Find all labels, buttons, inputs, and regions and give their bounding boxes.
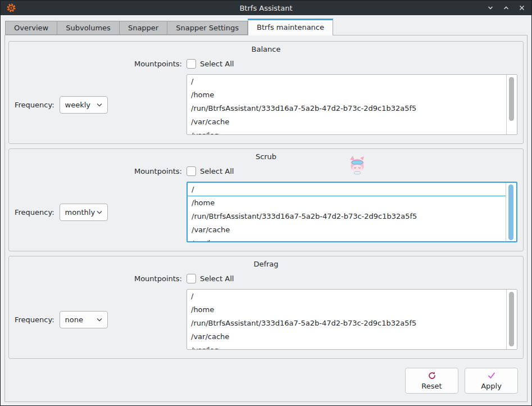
frequency-dropdown[interactable]: none — [60, 311, 108, 328]
tab-snapper[interactable]: Snapper — [119, 21, 167, 35]
footer-actions: Reset Apply — [8, 368, 524, 394]
reset-button[interactable]: Reset — [405, 368, 458, 394]
mountpoints-list[interactable]: / /home /run/BtrfsAssistant/333d16a7-5a2… — [187, 289, 517, 350]
tab-btrfs-maintenance[interactable]: Btrfs maintenance — [248, 19, 333, 35]
mountpoint-row[interactable]: /run/BtrfsAssistant/333d16a7-5a2b-47d2-b… — [187, 317, 506, 330]
chevron-down-icon — [97, 103, 102, 107]
btrfs-assistant-window: Btrfs Assistant Overview Subvolumes Snap… — [0, 0, 532, 406]
minimize-icon[interactable] — [486, 4, 494, 12]
app-gear-icon — [6, 3, 16, 13]
frequency-value: none — [65, 315, 83, 324]
balance-section: Balance Mountpoints: Select All Frequenc… — [8, 41, 524, 144]
select-all-checkbox[interactable] — [187, 166, 196, 176]
mountpoint-row[interactable]: /home — [188, 196, 506, 210]
mountpoint-row[interactable]: /home — [187, 88, 506, 102]
apply-button[interactable]: Apply — [465, 368, 518, 394]
section-title: Balance — [15, 45, 517, 54]
frequency-dropdown[interactable]: weekly — [60, 96, 108, 114]
mountpoint-row[interactable]: /var/log — [187, 344, 506, 349]
section-title: Defrag — [15, 260, 517, 269]
scrollbar-thumb[interactable] — [509, 292, 514, 346]
tab-snapper-settings[interactable]: Snapper Settings — [167, 21, 248, 35]
tab-subvolumes[interactable]: Subvolumes — [57, 21, 119, 35]
select-all-label: Select All — [200, 274, 234, 283]
frequency-label: Frequency: — [15, 101, 54, 109]
mountpoint-row[interactable]: /var/cache — [187, 115, 506, 129]
tab-bar: Overview Subvolumes Snapper Snapper Sett… — [1, 15, 531, 35]
select-all-label: Select All — [200, 167, 234, 175]
maximize-icon[interactable] — [502, 4, 510, 12]
mountpoint-row[interactable]: / — [187, 75, 506, 88]
window-controls — [486, 4, 526, 12]
select-all-checkbox[interactable] — [187, 274, 196, 283]
chevron-down-icon — [97, 210, 102, 214]
scrub-section: Scrub Mountpoints: Select All Frequency:… — [8, 148, 524, 251]
mountpoint-row[interactable]: /run/BtrfsAssistant/333d16a7-5a2b-47d2-b… — [187, 102, 506, 115]
mountpoint-row[interactable]: /run/BtrfsAssistant/333d16a7-5a2b-47d2-b… — [188, 210, 506, 223]
checkmark-icon — [487, 371, 496, 380]
frequency-value: weekly — [65, 101, 90, 109]
mountpoint-row[interactable]: /var/log — [187, 129, 506, 134]
scrollbar-track[interactable] — [506, 290, 517, 349]
mountpoint-row[interactable]: / — [187, 290, 506, 303]
select-all-label: Select All — [200, 60, 234, 68]
anime-character-mouse-cursor — [349, 156, 366, 176]
mountpoints-list[interactable]: / /home /run/BtrfsAssistant/333d16a7-5a2… — [187, 74, 517, 135]
close-icon[interactable] — [518, 4, 526, 12]
mountpoint-row[interactable]: /var/cache — [187, 330, 506, 344]
mountpoint-row[interactable]: /home — [187, 303, 506, 317]
chevron-down-icon — [97, 318, 102, 322]
mountpoint-row[interactable]: /var/cache — [188, 223, 506, 237]
scrollbar-thumb[interactable] — [509, 77, 514, 121]
mountpoints-label: Mountpoints: — [134, 167, 182, 175]
defrag-section: Defrag Mountpoints: Select All Frequency… — [8, 256, 524, 359]
tab-content-pane: Balance Mountpoints: Select All Frequenc… — [4, 35, 528, 402]
select-all-checkbox[interactable] — [187, 59, 196, 69]
mountpoint-row-selected[interactable]: / — [188, 183, 506, 196]
titlebar[interactable]: Btrfs Assistant — [1, 1, 531, 15]
scrollbar-track[interactable] — [506, 75, 517, 134]
window-title: Btrfs Assistant — [1, 4, 531, 12]
scrollbar-track[interactable] — [506, 183, 516, 241]
section-title: Scrub — [15, 152, 517, 161]
frequency-value: monthly — [65, 208, 96, 216]
frequency-label: Frequency: — [15, 208, 54, 216]
mountpoints-label: Mountpoints: — [134, 60, 182, 68]
reset-label: Reset — [421, 382, 442, 390]
tab-overview[interactable]: Overview — [5, 21, 57, 35]
mountpoints-label: Mountpoints: — [134, 274, 182, 283]
undo-circular-arrow-icon — [428, 371, 436, 380]
scrollbar-thumb[interactable] — [508, 184, 513, 240]
mountpoint-row[interactable]: /var/log — [188, 237, 506, 241]
frequency-dropdown[interactable]: monthly — [60, 204, 108, 221]
mountpoints-list[interactable]: / /home /run/BtrfsAssistant/333d16a7-5a2… — [187, 182, 517, 242]
frequency-label: Frequency: — [15, 315, 54, 324]
apply-label: Apply — [481, 382, 502, 390]
